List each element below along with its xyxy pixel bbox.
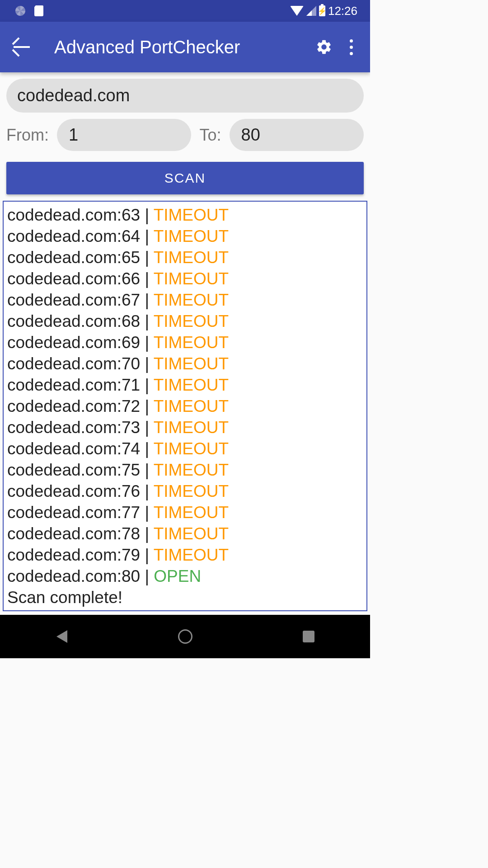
result-row: codedead.com:71 | TIMEOUT bbox=[7, 375, 363, 396]
result-status: TIMEOUT bbox=[154, 354, 229, 373]
wifi-icon bbox=[290, 6, 304, 16]
result-host-port: codedead.com:66 | bbox=[7, 269, 154, 288]
clock-time: 12:26 bbox=[328, 4, 357, 18]
result-host-port: codedead.com:64 | bbox=[7, 227, 154, 245]
result-host-port: codedead.com:68 | bbox=[7, 312, 154, 330]
host-input[interactable] bbox=[6, 79, 364, 113]
result-row: codedead.com:73 | TIMEOUT bbox=[7, 417, 363, 439]
nav-recent-button[interactable] bbox=[282, 625, 336, 648]
result-host-port: codedead.com:78 | bbox=[7, 524, 154, 543]
nav-home-button[interactable] bbox=[158, 625, 212, 648]
gear-icon bbox=[315, 38, 333, 56]
result-row: codedead.com:68 | TIMEOUT bbox=[7, 311, 363, 332]
overflow-menu-button[interactable] bbox=[338, 33, 365, 61]
result-host-port: codedead.com:80 | bbox=[7, 567, 154, 585]
result-row: codedead.com:76 | TIMEOUT bbox=[7, 481, 363, 502]
navigation-bar bbox=[0, 615, 370, 658]
result-status: TIMEOUT bbox=[154, 546, 229, 564]
circle-home-icon bbox=[178, 629, 192, 644]
signal-icon bbox=[306, 6, 316, 16]
result-status: TIMEOUT bbox=[154, 461, 229, 479]
scan-complete-message: Scan complete! bbox=[7, 587, 363, 609]
result-host-port: codedead.com:76 | bbox=[7, 482, 154, 500]
result-status: TIMEOUT bbox=[154, 503, 229, 522]
result-status: TIMEOUT bbox=[154, 312, 229, 330]
results-panel[interactable]: codedead.com:63 | TIMEOUTcodedead.com:64… bbox=[3, 201, 367, 611]
result-row: codedead.com:66 | TIMEOUT bbox=[7, 269, 363, 290]
result-host-port: codedead.com:75 | bbox=[7, 461, 154, 479]
result-status: TIMEOUT bbox=[154, 397, 229, 415]
dot-icon bbox=[350, 46, 353, 49]
result-row: codedead.com:65 | TIMEOUT bbox=[7, 247, 363, 269]
result-row: codedead.com:79 | TIMEOUT bbox=[7, 545, 363, 566]
status-bar: ⚡ 12:26 bbox=[0, 0, 370, 22]
app-bar: Advanced PortChecker bbox=[0, 22, 370, 72]
result-status: OPEN bbox=[154, 567, 201, 585]
result-host-port: codedead.com:77 | bbox=[7, 503, 154, 522]
from-label: From: bbox=[6, 126, 49, 145]
result-row: codedead.com:77 | TIMEOUT bbox=[7, 502, 363, 524]
dot-icon bbox=[350, 52, 353, 55]
square-recent-icon bbox=[303, 631, 314, 642]
result-status: TIMEOUT bbox=[154, 248, 229, 267]
battery-charging-icon: ⚡ bbox=[319, 5, 325, 16]
result-row: codedead.com:64 | TIMEOUT bbox=[7, 226, 363, 247]
settings-button[interactable] bbox=[310, 33, 338, 61]
result-host-port: codedead.com:74 | bbox=[7, 439, 154, 458]
back-button[interactable] bbox=[5, 31, 38, 63]
port-from-input[interactable] bbox=[57, 119, 191, 151]
result-host-port: codedead.com:70 | bbox=[7, 354, 154, 373]
result-row: codedead.com:75 | TIMEOUT bbox=[7, 460, 363, 481]
result-host-port: codedead.com:71 | bbox=[7, 376, 154, 394]
result-status: TIMEOUT bbox=[154, 524, 229, 543]
result-row: codedead.com:69 | TIMEOUT bbox=[7, 332, 363, 354]
result-row: codedead.com:63 | TIMEOUT bbox=[7, 205, 363, 226]
result-host-port: codedead.com:73 | bbox=[7, 418, 154, 437]
nav-back-button[interactable] bbox=[35, 625, 89, 648]
to-label: To: bbox=[199, 126, 221, 145]
dot-icon bbox=[350, 39, 353, 42]
result-host-port: codedead.com:72 | bbox=[7, 397, 154, 415]
loading-spinner-icon bbox=[15, 6, 25, 16]
result-host-port: codedead.com:67 | bbox=[7, 291, 154, 309]
scan-button[interactable]: SCAN bbox=[6, 162, 364, 194]
result-status: TIMEOUT bbox=[154, 291, 229, 309]
result-row: codedead.com:80 | OPEN bbox=[7, 566, 363, 587]
result-status: TIMEOUT bbox=[154, 418, 229, 437]
triangle-back-icon bbox=[56, 630, 67, 643]
result-status: TIMEOUT bbox=[154, 227, 229, 245]
result-row: codedead.com:67 | TIMEOUT bbox=[7, 290, 363, 311]
result-row: codedead.com:74 | TIMEOUT bbox=[7, 439, 363, 460]
result-status: TIMEOUT bbox=[154, 376, 229, 394]
result-status: TIMEOUT bbox=[154, 333, 229, 352]
result-host-port: codedead.com:79 | bbox=[7, 546, 154, 564]
result-row: codedead.com:78 | TIMEOUT bbox=[7, 524, 363, 545]
result-host-port: codedead.com:69 | bbox=[7, 333, 154, 352]
port-to-input[interactable] bbox=[230, 119, 364, 151]
result-status: TIMEOUT bbox=[154, 269, 229, 288]
result-host-port: codedead.com:63 | bbox=[7, 206, 154, 224]
page-title: Advanced PortChecker bbox=[38, 37, 310, 57]
input-section: From: To: bbox=[0, 72, 370, 157]
result-row: codedead.com:72 | TIMEOUT bbox=[7, 396, 363, 417]
sdcard-icon bbox=[34, 5, 43, 16]
result-status: TIMEOUT bbox=[154, 439, 229, 458]
back-arrow-icon bbox=[14, 46, 30, 48]
result-host-port: codedead.com:65 | bbox=[7, 248, 154, 267]
result-status: TIMEOUT bbox=[154, 206, 229, 224]
result-status: TIMEOUT bbox=[154, 482, 229, 500]
result-row: codedead.com:70 | TIMEOUT bbox=[7, 354, 363, 375]
